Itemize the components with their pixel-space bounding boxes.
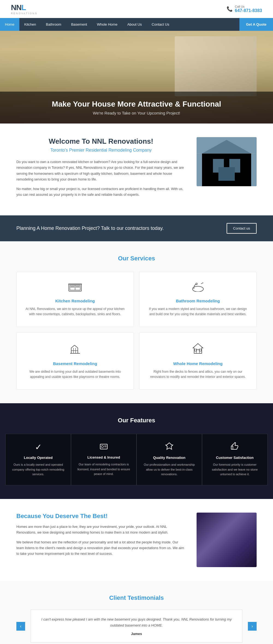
prev-testimonial-button[interactable]: ‹ xyxy=(16,622,25,631)
licensed-icon xyxy=(77,442,131,452)
logo-sub: RENOVATIONS xyxy=(11,12,37,15)
feature-quality-desc: Our professionalism and workmanship allo… xyxy=(142,462,196,477)
hero-title: Make Your House More Attractive & Functi… xyxy=(11,100,262,109)
feature-satisfaction: Customer Satisfaction Our foremost prior… xyxy=(202,434,268,485)
bathroom-desc: If you want a modern styled and luxuriou… xyxy=(148,306,248,317)
whole-home-icon xyxy=(148,342,248,357)
testimonial-text: I can't express how pleased I am with th… xyxy=(39,616,234,628)
feature-locally-title: Locally Operated xyxy=(11,456,65,460)
kitchen-title: Kitchen Remodeling xyxy=(25,299,125,303)
svg-line-20 xyxy=(75,345,78,348)
deserve-text: Because You Deserve The Best! Homes are … xyxy=(16,513,186,561)
service-whole-home: Whole Home Remodeling Right from the dec… xyxy=(139,332,257,390)
call-label: Call Us xyxy=(235,5,262,8)
testimonial-wrapper: ‹ I can't express how pleased I am with … xyxy=(16,610,257,643)
deserve-title: Because You Deserve The Best! xyxy=(16,513,186,520)
top-header: NNL RENOVATIONS 📞 Call Us 647-871-8383 xyxy=(0,0,273,18)
logo: NNL RENOVATIONS xyxy=(11,3,37,15)
svg-point-14 xyxy=(196,283,197,285)
svg-point-30 xyxy=(101,446,103,448)
cta-text: Planning A Home Renovation Project? Talk… xyxy=(16,225,164,231)
feature-licensed: Licensed & Insured Our team of remodelin… xyxy=(71,434,136,485)
testimonials-section: Client Testimonials ‹ I can't express ho… xyxy=(0,581,273,644)
svg-rect-10 xyxy=(70,286,75,288)
nav-about[interactable]: About Us xyxy=(122,18,147,31)
welcome-image xyxy=(197,137,257,186)
svg-line-15 xyxy=(201,283,203,284)
deserve-para-1: Homes are more than just a place to live… xyxy=(16,524,186,536)
nav-home[interactable]: Home xyxy=(0,18,19,31)
features-section: Our Features ✓ Locally Operated Ours is … xyxy=(0,403,273,499)
welcome-text: Welcome To NNL Renovations! Toronto's Pr… xyxy=(16,137,186,202)
svg-rect-12 xyxy=(68,284,82,285)
feature-quality-title: Quality Renovation xyxy=(142,456,196,460)
service-bathroom: Bathroom Remodeling If you want a modern… xyxy=(139,272,257,327)
quality-icon xyxy=(142,442,196,452)
deserve-image xyxy=(197,513,257,567)
svg-rect-11 xyxy=(76,286,80,288)
main-nav: Home Kitchen Bathroom Basement Whole Hom… xyxy=(0,18,273,31)
nav-kitchen[interactable]: Kitchen xyxy=(19,18,41,31)
bathroom-icon xyxy=(148,282,248,294)
svg-line-19 xyxy=(71,345,75,348)
nav-links: Home Kitchen Bathroom Basement Whole Hom… xyxy=(0,18,239,31)
feature-quality: Quality Renovation Our professionalism a… xyxy=(136,434,202,485)
feature-satisfaction-title: Customer Satisfaction xyxy=(208,456,262,460)
building-image xyxy=(197,137,257,186)
whole-home-desc: Right from the decks to fences and attic… xyxy=(148,369,248,380)
service-basement: Basement Remodeling We are skilled in tu… xyxy=(16,332,134,390)
features-title: Our Features xyxy=(0,417,273,424)
hero-section: Make Your House More Attractive & Functi… xyxy=(0,31,273,124)
next-testimonial-button[interactable]: › xyxy=(248,622,257,631)
basement-desc: We are skilled in turning your dull and … xyxy=(25,369,125,380)
interior-image xyxy=(197,513,257,567)
whole-home-title: Whole Home Remodeling xyxy=(148,361,248,366)
basement-title: Basement Remodeling xyxy=(25,361,125,366)
feature-locally-operated: ✓ Locally Operated Ours is a locally own… xyxy=(5,434,71,485)
hero-subtitle: We're Ready to Take on Your Upcoming Pro… xyxy=(11,111,262,115)
svg-rect-5 xyxy=(218,167,235,181)
kitchen-icon xyxy=(25,282,125,294)
nav-contact[interactable]: Contact Us xyxy=(147,18,174,31)
deserve-section: Because You Deserve The Best! Homes are … xyxy=(0,499,273,581)
nav-whole-home[interactable]: Whole Home xyxy=(92,18,122,31)
svg-point-16 xyxy=(203,282,203,283)
testimonial-name: James xyxy=(39,632,234,636)
welcome-para-2: No matter, how big or small your project… xyxy=(16,186,186,198)
cta-banner: Planning A Home Renovation Project? Talk… xyxy=(0,215,273,241)
call-number: 647-871-8383 xyxy=(235,8,262,13)
feature-licensed-title: Licensed & Insured xyxy=(77,455,131,459)
nav-bathroom[interactable]: Bathroom xyxy=(41,18,66,31)
basement-icon xyxy=(25,342,125,357)
svg-rect-34 xyxy=(231,446,233,449)
check-icon: ✓ xyxy=(11,442,65,452)
svg-marker-33 xyxy=(166,443,173,449)
testimonial-card: I can't express how pleased I am with th… xyxy=(31,610,242,643)
kitchen-desc: At NNL Renovations, we aim to spruce up … xyxy=(25,306,125,317)
features-grid: ✓ Locally Operated Ours is a locally own… xyxy=(0,434,273,485)
services-section: Our Services Kitchen Remodeling At NNL R… xyxy=(0,241,273,404)
deserve-para-2: We believe that homes are the reflection… xyxy=(16,540,186,557)
thumbsup-icon xyxy=(208,442,262,452)
testimonials-title: Client Testimonials xyxy=(16,594,257,601)
services-title: Our Services xyxy=(16,255,257,262)
feature-locally-desc: Ours is a locally owned and operated com… xyxy=(11,462,65,477)
svg-rect-27 xyxy=(195,349,197,351)
hero-overlay: Make Your House More Attractive & Functi… xyxy=(0,92,273,124)
svg-marker-25 xyxy=(193,344,203,353)
feature-licensed-desc: Our team of remodeling contractors is li… xyxy=(77,462,131,477)
call-area: 📞 Call Us 647-871-8383 xyxy=(227,5,262,13)
feature-satisfaction-desc: Our foremost priority is customer satisf… xyxy=(208,462,262,477)
service-kitchen: Kitchen Remodeling At NNL Renovations, w… xyxy=(16,272,134,327)
svg-rect-28 xyxy=(199,349,201,351)
phone-icon: 📞 xyxy=(227,6,233,12)
welcome-section: Welcome To NNL Renovations! Toronto's Pr… xyxy=(0,124,273,215)
welcome-subtitle: Toronto's Premier Residential Remodeling… xyxy=(16,148,186,153)
services-grid: Kitchen Remodeling At NNL Renovations, w… xyxy=(16,272,257,390)
welcome-para-1: Do you want to own a custom renovated ki… xyxy=(16,159,186,182)
welcome-title: Welcome To NNL Renovations! xyxy=(16,137,186,146)
logo-text: NNL xyxy=(11,3,37,12)
get-quote-button[interactable]: Get A Quote xyxy=(239,18,273,31)
nav-basement[interactable]: Basement xyxy=(66,18,92,31)
contact-us-button[interactable]: Contact us xyxy=(227,223,257,234)
